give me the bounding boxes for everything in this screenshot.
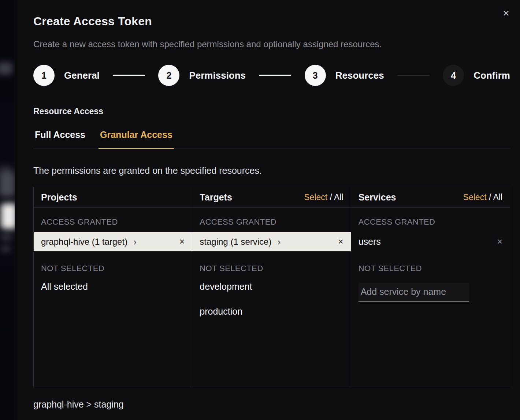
create-access-token-modal: × Create Access Token Create a new acces… [15, 0, 520, 420]
step-permissions: 2 Permissions [158, 65, 246, 86]
services-select-links: Select / All [463, 192, 502, 202]
granted-service-row: users × [351, 232, 510, 251]
target-option-production[interactable]: production [192, 303, 350, 320]
step-1-label: General [64, 70, 100, 81]
projects-column-title: Projects [41, 192, 77, 203]
background-page [0, 0, 15, 420]
step-3-circle: 3 [305, 65, 326, 86]
remove-project-icon[interactable]: × [179, 236, 185, 247]
remove-target-icon[interactable]: × [338, 236, 343, 247]
background-blur-shape [0, 246, 11, 252]
chevron-right-icon: › [133, 237, 137, 247]
services-column-title: Services [359, 192, 396, 203]
add-service-input[interactable] [359, 283, 469, 302]
close-icon: × [503, 7, 509, 19]
stepper: 1 General 2 Permissions 3 Resources 4 Co… [33, 65, 510, 86]
background-blur-shape [0, 234, 12, 240]
step-2-label: Permissions [189, 70, 246, 81]
step-connector [397, 75, 430, 76]
selected-project-label: graphql-hive (1 target) [41, 237, 127, 247]
resource-access-tabs: Full Access Granular Access [33, 128, 510, 149]
tab-full-access[interactable]: Full Access [33, 128, 87, 149]
modal-title: Create Access Token [33, 15, 510, 28]
close-button[interactable]: × [498, 5, 514, 21]
not-selected-label: NOT SELECTED [192, 251, 350, 278]
target-option-development[interactable]: development [192, 278, 350, 295]
not-selected-label: NOT SELECTED [351, 251, 510, 278]
step-4-circle: 4 [443, 65, 464, 86]
tab-granular-access[interactable]: Granular Access [99, 128, 174, 149]
access-granted-label: ACCESS GRANTED [192, 208, 350, 232]
projects-column: Projects ACCESS GRANTED graphql-hive (1 … [34, 187, 192, 388]
targets-column: Targets Select / All ACCESS GRANTED stag… [192, 187, 351, 388]
step-4-label: Confirm [473, 70, 510, 81]
background-blur-shape [1, 203, 15, 229]
access-granted-label: ACCESS GRANTED [351, 208, 510, 232]
projects-all-selected-note: All selected [34, 278, 192, 295]
step-confirm: 4 Confirm [443, 65, 510, 86]
services-select-link[interactable]: Select [463, 192, 487, 202]
projects-column-header: Projects [34, 187, 192, 208]
step-2-circle: 2 [158, 65, 179, 86]
services-column-header: Services Select / All [351, 187, 510, 208]
remove-service-icon[interactable]: × [497, 236, 502, 247]
step-resources: 3 Resources [305, 65, 384, 86]
resource-table: Projects ACCESS GRANTED graphql-hive (1 … [33, 187, 510, 388]
granted-service-label: users [359, 236, 381, 247]
targets-column-header: Targets Select / All [192, 187, 350, 208]
selected-target-row[interactable]: staging (1 service) › × [192, 232, 350, 251]
access-granted-label: ACCESS GRANTED [34, 208, 192, 232]
breadcrumb: graphql-hive > staging [33, 399, 510, 410]
step-1-circle: 1 [33, 65, 55, 86]
step-connector [113, 75, 145, 76]
targets-select-links: Select / All [304, 192, 343, 202]
not-selected-label: NOT SELECTED [34, 251, 192, 278]
step-general: 1 General [33, 65, 100, 86]
selected-project-row[interactable]: graphql-hive (1 target) › × [34, 232, 192, 251]
resource-access-heading: Resource Access [33, 106, 510, 116]
background-blur-shape [0, 62, 12, 75]
services-column: Services Select / All ACCESS GRANTED use… [351, 187, 510, 388]
targets-select-link[interactable]: Select [304, 192, 327, 202]
step-3-label: Resources [335, 70, 384, 81]
step-connector [259, 75, 291, 76]
permissions-description: The permissions are granted on the speci… [33, 165, 510, 176]
targets-column-title: Targets [200, 192, 232, 203]
modal-subtitle: Create a new access token with specified… [33, 39, 510, 49]
chevron-right-icon: › [277, 237, 281, 247]
targets-all-link[interactable]: / All [330, 192, 343, 202]
background-blur-shape [0, 171, 15, 197]
selected-target-label: staging (1 service) [200, 237, 271, 247]
services-all-link[interactable]: / All [489, 192, 502, 202]
